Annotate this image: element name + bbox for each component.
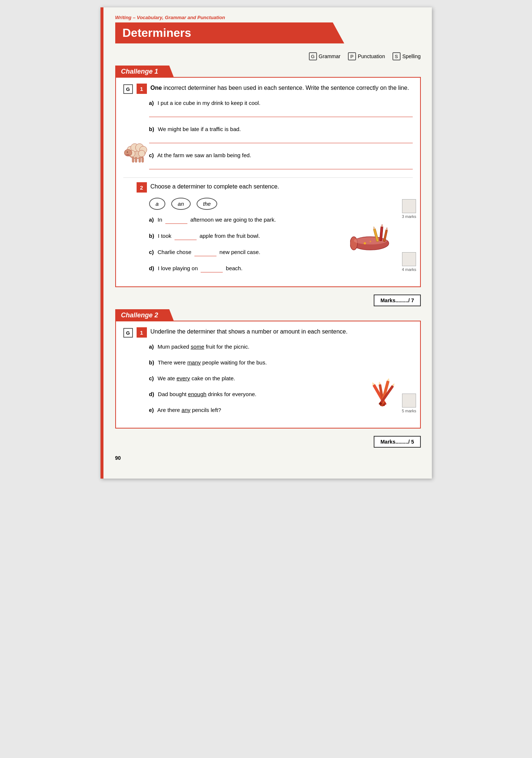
q1-sub-c: c) At the farm we saw an lamb being fed.: [149, 151, 413, 169]
svg-rect-23: [383, 230, 388, 241]
challenge2-total-marks-row: Marks........./ 5: [115, 436, 421, 448]
q2-marks-square: [402, 252, 416, 266]
pencils-decoration: [361, 378, 405, 417]
q1b-text: We might be late if a traffic is bad.: [158, 126, 241, 132]
q2d-after: beach.: [226, 265, 243, 271]
challenge2-header: Challenge 2: [115, 309, 421, 321]
q1c-text: At the farm we saw an lamb being fed.: [157, 152, 251, 158]
legend-spelling: S Spelling: [392, 52, 421, 60]
log-decoration: [350, 223, 391, 254]
q2d-before: I love playing on: [158, 265, 200, 271]
q2c-before: Charlie chose: [158, 249, 193, 255]
q1a-answer-line[interactable]: [149, 110, 413, 117]
q1b-label: b): [149, 126, 154, 132]
c2d-text: Dad bought enough drinks for everyone.: [158, 391, 257, 397]
svg-point-9: [126, 154, 130, 156]
q2b-label: b): [149, 233, 154, 239]
q2-instruction: Choose a determiner to complete each sen…: [151, 183, 279, 190]
q2a-before: In: [158, 216, 164, 223]
q2a-blank[interactable]: [165, 216, 187, 224]
c2e-label: e): [149, 407, 154, 413]
q1-bold: One: [151, 85, 162, 91]
q1c-answer-line[interactable]: [149, 162, 413, 169]
challenge1-q1-row: G 1 One incorrect determiner has been us…: [123, 84, 413, 94]
q2b-blank[interactable]: [175, 232, 197, 240]
c2q1-marks-area: 5 marks: [402, 394, 416, 413]
legend-row: G Grammar P Punctuation S Spelling: [115, 52, 421, 60]
det-an: an: [171, 198, 191, 210]
q2-text: Choose a determiner to complete each sen…: [151, 182, 279, 191]
grammar-badge: G: [309, 52, 317, 60]
svg-rect-10: [132, 157, 134, 162]
det-a: a: [149, 198, 165, 210]
c2c-label: c): [149, 375, 154, 381]
c2a-text: Mum packed some fruit for the picnic.: [158, 343, 249, 350]
legend-grammar: G Grammar: [309, 52, 341, 60]
q2d-label: d): [149, 265, 154, 271]
subtitle: Writing – Vocabulary, Grammar and Punctu…: [115, 15, 421, 20]
page-number: 90: [115, 455, 421, 461]
challenge2-q1-row: G 1 Underline the determiner that shows …: [123, 327, 413, 338]
svg-point-26: [370, 241, 371, 242]
svg-point-8: [127, 152, 128, 153]
svg-point-5: [138, 150, 145, 157]
c2-sub-a: a) Mum packed some fruit for the picnic.: [149, 343, 413, 350]
c2a-label: a): [149, 343, 154, 350]
svg-rect-13: [142, 157, 144, 162]
q2b-before: I took: [158, 233, 173, 239]
q2a-after: afternoon we are going to the park.: [190, 216, 276, 223]
c2q1-num-badge: 1: [137, 327, 147, 338]
punctuation-badge: P: [348, 52, 356, 60]
c2q1-instruction: Underline the determiner that shows a nu…: [151, 328, 348, 335]
q2-sub-d: d) I love playing on beach.: [149, 264, 413, 272]
q2-sub-area: a) In afternoon we are going to the park…: [123, 216, 413, 272]
grammar-label: Grammar: [319, 53, 341, 59]
q1-marks-square: [402, 199, 416, 213]
q2c-blank[interactable]: [194, 248, 216, 256]
q1-num-badge: 1: [137, 84, 147, 94]
c2q1-marks-label: 5 marks: [402, 409, 416, 413]
q1-sub-a: a) I put a ice cube in my drink to keep …: [149, 99, 413, 117]
challenge1-banner: Challenge 1: [115, 66, 174, 78]
q1-text: One incorrect determiner has been used i…: [151, 84, 409, 92]
c2-sub-b: b) There were many people waiting for th…: [149, 359, 413, 366]
det-the: the: [197, 198, 218, 210]
challenge1-box: G 1 One incorrect determiner has been us…: [115, 77, 421, 287]
c2e-text: Are there any pencils left?: [157, 407, 221, 413]
q2c-label: c): [149, 249, 154, 255]
punctuation-label: Punctuation: [358, 53, 385, 59]
svg-point-25: [364, 242, 366, 244]
q1b-answer-line[interactable]: [149, 136, 413, 143]
svg-marker-20: [373, 226, 376, 229]
legend-punctuation: P Punctuation: [348, 52, 385, 60]
svg-marker-31: [378, 381, 381, 384]
page: Writing – Vocabulary, Grammar and Punctu…: [101, 7, 432, 479]
c2b-label: b): [149, 359, 154, 366]
page-title: Determiners: [115, 22, 345, 43]
q2c-after: new pencil case.: [219, 249, 260, 255]
c2d-label: d): [149, 391, 154, 397]
q1a-label: a): [149, 100, 154, 106]
svg-rect-11: [135, 157, 137, 162]
q2-marks-label: 4 marks: [402, 267, 416, 272]
c2q1-marks-square: [402, 394, 416, 408]
c2q1-text: Underline the determiner that shows a nu…: [151, 327, 348, 336]
challenge1-total-marks-row: Marks........./ 7: [115, 295, 421, 306]
challenge2-total-marks: Marks........./ 5: [374, 436, 420, 448]
challenge1-header: Challenge 1: [115, 66, 421, 78]
challenge2-banner: Challenge 2: [115, 309, 174, 321]
q2-marks-area: 4 marks: [402, 252, 416, 272]
g-badge-1: G: [123, 84, 133, 94]
svg-marker-24: [385, 227, 388, 230]
c2c-text: We ate every cake on the plate.: [158, 375, 235, 381]
q2a-label: a): [149, 216, 154, 223]
q1-sub-b: b) We might be late if a traffic is bad.: [149, 125, 413, 143]
challenge1-total-marks: Marks........./ 7: [374, 295, 420, 306]
challenge2-box: G 1 Underline the determiner that shows …: [115, 321, 421, 429]
svg-marker-22: [381, 224, 383, 227]
g-badge-2: G: [123, 328, 133, 338]
q2-num-badge: 2: [137, 182, 147, 193]
spelling-label: Spelling: [402, 53, 421, 59]
q2b-after: apple from the fruit bowl.: [200, 233, 260, 239]
q2d-blank[interactable]: [201, 264, 223, 272]
